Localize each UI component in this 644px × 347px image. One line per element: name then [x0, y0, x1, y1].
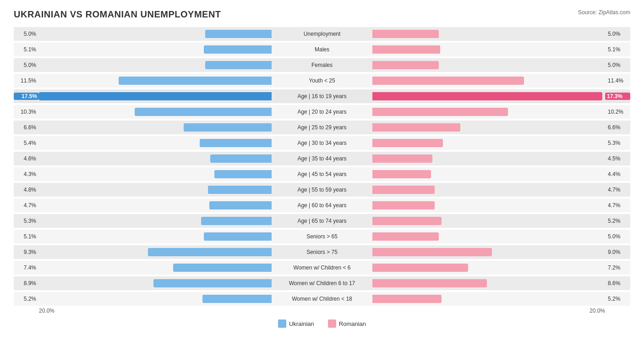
romanian-color-box — [328, 319, 336, 328]
left-bar-container — [39, 122, 272, 132]
bars-wrapper: Age | 16 to 19 years — [39, 89, 605, 103]
bars-wrapper: Women w/ Children < 6 — [39, 261, 605, 275]
bar-row: 8.9% Women w/ Children 6 to 17 8.6% — [14, 276, 630, 290]
left-bar-container — [39, 200, 272, 210]
chart-title: UKRAINIAN VS ROMANIAN UNEMPLOYMENT — [14, 9, 221, 20]
pink-bar — [372, 201, 435, 209]
pink-bar — [372, 170, 431, 178]
bar-label: Seniors > 65 — [272, 233, 372, 240]
pink-bar — [372, 295, 442, 303]
chart-header: UKRAINIAN VS ROMANIAN UNEMPLOYMENT Sourc… — [14, 9, 630, 20]
left-value: 4.6% — [14, 155, 39, 162]
right-bar-container — [372, 278, 605, 288]
right-value: 5.3% — [605, 140, 630, 146]
blue-bar — [214, 170, 272, 178]
right-bar-container — [372, 263, 605, 273]
bars-wrapper: Females — [39, 58, 605, 72]
bars-wrapper: Youth < 25 — [39, 74, 605, 88]
blue-bar — [208, 186, 272, 194]
pink-bar — [372, 139, 443, 147]
bar-row: 5.2% Women w/ Children < 18 5.2% — [14, 292, 630, 306]
right-bar-container — [372, 231, 605, 242]
bar-label: Unemployment — [272, 31, 372, 37]
right-value: 17.3% — [605, 93, 630, 100]
right-bar-container — [372, 44, 605, 55]
bars-wrapper: Age | 25 to 29 years — [39, 121, 605, 134]
bars-wrapper: Unemployment — [39, 27, 605, 41]
ukrainian-color-box — [278, 319, 286, 328]
bar-row: 6.6% Age | 25 to 29 years 6.6% — [14, 121, 630, 134]
bar-label: Age | 60 to 64 years — [272, 202, 372, 209]
bar-label: Age | 20 to 24 years — [272, 109, 372, 115]
bar-row: 5.3% Age | 65 to 74 years 5.2% — [14, 214, 630, 228]
bar-label: Youth < 25 — [272, 77, 372, 84]
left-bar-container — [39, 216, 272, 226]
bar-label: Age | 25 to 29 years — [272, 124, 372, 131]
blue-bar — [184, 123, 272, 132]
right-value: 4.7% — [605, 202, 630, 209]
bars-wrapper: Males — [39, 43, 605, 56]
bar-label: Age | 16 to 19 years — [272, 93, 372, 99]
right-bar-container — [372, 216, 605, 226]
right-bar-container — [372, 294, 605, 304]
pink-bar — [372, 77, 524, 85]
blue-bar — [205, 30, 272, 38]
left-value: 5.2% — [14, 296, 39, 302]
left-bar-container — [39, 76, 272, 86]
right-bar-container — [372, 169, 605, 179]
bar-row: 10.3% Age | 20 to 24 years 10.2% — [14, 105, 630, 119]
right-value: 7.2% — [605, 264, 630, 271]
bars-wrapper: Women w/ Children 6 to 17 — [39, 276, 605, 290]
blue-bar — [201, 217, 272, 225]
left-value: 5.1% — [14, 46, 39, 53]
left-value: 4.8% — [14, 187, 39, 193]
left-value: 9.3% — [14, 249, 39, 255]
bars-wrapper: Age | 45 to 54 years — [39, 167, 605, 181]
right-value: 8.6% — [605, 280, 630, 286]
bars-wrapper: Women w/ Children < 18 — [39, 292, 605, 306]
bar-row: 4.7% Age | 60 to 64 years 4.7% — [14, 198, 630, 212]
bar-row: 5.0% Females 5.0% — [14, 58, 630, 72]
left-bar-container — [39, 263, 272, 273]
pink-bar — [372, 123, 460, 132]
bar-label: Seniors > 75 — [272, 249, 372, 255]
left-value: 11.5% — [14, 77, 39, 84]
right-value: 5.2% — [605, 296, 630, 302]
blue-bar — [173, 264, 272, 272]
right-value: 6.6% — [605, 124, 630, 131]
left-value: 17.5% — [14, 93, 39, 100]
bar-label: Women w/ Children < 18 — [272, 296, 372, 302]
left-bar-container — [39, 44, 272, 55]
right-bar-container — [372, 91, 605, 101]
right-value: 4.5% — [605, 155, 630, 162]
right-value: 5.1% — [605, 46, 630, 53]
right-value: 5.0% — [605, 233, 630, 240]
right-bar-container — [372, 122, 605, 132]
right-bar-container — [372, 107, 605, 117]
right-bar-container — [372, 60, 605, 70]
right-bar-container — [372, 154, 605, 164]
bar-row: 5.1% Seniors > 65 5.0% — [14, 230, 630, 243]
bars-wrapper: Age | 20 to 24 years — [39, 105, 605, 119]
blue-bar — [204, 232, 272, 241]
pink-bar — [372, 279, 487, 287]
pink-bar — [372, 30, 439, 38]
bar-label: Women w/ Children < 6 — [272, 264, 372, 271]
chart-container: UKRAINIAN VS ROMANIAN UNEMPLOYMENT Sourc… — [0, 0, 644, 346]
right-value: 5.0% — [605, 62, 630, 68]
right-value: 10.2% — [605, 109, 630, 115]
bars-wrapper: Age | 30 to 34 years — [39, 136, 605, 150]
bar-label: Age | 45 to 54 years — [272, 171, 372, 177]
right-bar-container — [372, 29, 605, 39]
bar-row: 5.1% Males 5.1% — [14, 43, 630, 56]
left-bar-container — [39, 185, 272, 195]
bar-label: Age | 30 to 34 years — [272, 140, 372, 146]
bar-row: 5.4% Age | 30 to 34 years 5.3% — [14, 136, 630, 150]
bar-row: 9.3% Seniors > 75 9.0% — [14, 245, 630, 259]
right-value: 4.7% — [605, 187, 630, 193]
blue-bar — [119, 77, 272, 85]
bar-row: 17.5% Age | 16 to 19 years 17.3% — [14, 89, 630, 103]
blue-bar — [39, 92, 272, 100]
pink-bar — [372, 264, 468, 272]
bar-label: Age | 55 to 59 years — [272, 187, 372, 193]
